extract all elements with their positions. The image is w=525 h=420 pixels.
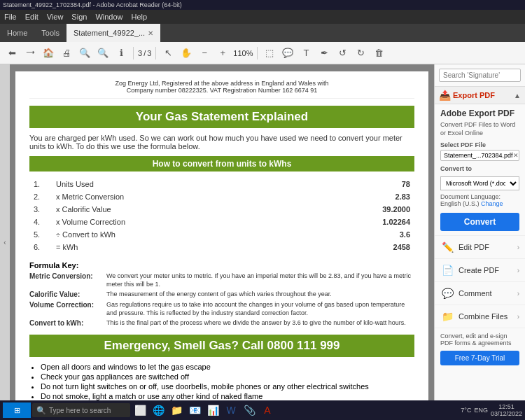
delete-button[interactable]: 🗑 [371,46,386,61]
app3-icon[interactable]: 📎 [241,402,258,419]
comment-tool[interactable]: 💬 [280,46,295,61]
hand-tool[interactable]: ✋ [178,46,194,61]
page-total: 3 [147,49,151,57]
conversion-subheader: How to convert from units to kWhs [29,156,414,172]
list-item: Open all doors and windows to let the ga… [41,363,414,371]
left-sidebar-toggle[interactable]: ‹ [0,64,10,420]
export-pdf-label: 📤 Export PDF [439,90,495,101]
divider1 [133,47,134,59]
nav-back-button[interactable]: ⬅ [4,46,20,61]
company-line1: Zog Energy Ltd, Registered at the above … [29,80,414,87]
title-bar: Statement_49922_1702384.pdf - Adobe Acro… [0,0,525,10]
chevron-right-icon: › [517,244,519,251]
trial-section: Convert, edit and e-sign PDF forms & agr… [435,328,525,370]
acrobat-icon[interactable]: A [259,402,276,419]
formula-row: Volume Correction:Gas regulations requir… [29,301,414,317]
windows-search[interactable]: 🔍 Type here to search [32,403,130,417]
file-badge: Statement_...702384.pdf ✕ [440,150,519,161]
intro-paragraph: You are charged per kWh used. So we can … [29,134,414,150]
gas-statement-title: Your Gas Statement Explained [29,106,414,128]
zoom-value: 110% [233,49,253,57]
pen-tool[interactable]: ✒ [316,46,332,61]
search-text: Type here to search [49,407,111,414]
explorer-icon[interactable]: 📁 [168,402,185,419]
file-remove-button[interactable]: ✕ [513,152,519,159]
table-row: 3.x Calorific Value39.2000 [31,204,413,215]
tab-tools[interactable]: Tools [34,24,66,42]
print-button[interactable]: 🖨 [59,46,74,61]
taskview-icon[interactable]: ⬜ [132,402,148,419]
cursor-tool[interactable]: ↖ [160,46,176,61]
change-language-link[interactable]: Change [481,200,503,207]
word-icon[interactable]: W [223,402,239,419]
adobe-export-section: Adobe Export PDF Convert PDF Files to Wo… [435,104,525,236]
page-sep: / [144,49,146,57]
panel-tool-row[interactable]: 📁Combine Files› [435,305,525,328]
search-signature-section [439,69,521,82]
menu-file[interactable]: File [4,13,17,21]
formula-section: Formula Key: Metric Conversion:We conver… [29,261,414,328]
list-item: Do not smoke, light a match or use any o… [41,392,414,400]
weather-temp: 7°C [461,407,471,414]
main-content: ‹ Zog Energy Ltd, Registered at the abov… [0,64,525,420]
formula-key-label: Formula Key: [29,261,414,270]
formula-row: Calorific Value:The measurement of the e… [29,290,414,299]
time-display: 12:51 [491,403,522,410]
table-row: 6.= kWh2458 [31,241,413,253]
edge-icon[interactable]: 🌐 [150,402,167,419]
zoom-level: 110% [233,49,253,57]
undo-button[interactable]: ↺ [335,46,350,61]
convert-to-select[interactable]: Microsoft Word (*.docx) [440,176,519,190]
trial-button[interactable]: Free 7-Day Trial [440,351,519,365]
table-row: 5.÷ Convert to kWh3.6 [31,229,413,240]
company-info: Zog Energy Ltd, Registered at the above … [29,80,414,99]
convert-button[interactable]: Convert [440,213,519,231]
start-button[interactable]: ⊞ [3,402,31,418]
redo-button[interactable]: ↻ [353,46,368,61]
formula-row: Convert to kWh:This is the final part of… [29,319,414,328]
page-navigation: 3 / 3 [138,49,151,57]
nav-forward-button[interactable]: ⭢ [22,46,38,61]
zoom-in-button[interactable]: 🔍 [95,46,111,61]
toolbar: ⬅ ⭢ 🏠 🖨 🔍 🔍 ℹ 3 / 3 ↖ ✋ − + 110% ⬚ 💬 T ✒… [0,42,525,64]
tab-document[interactable]: Statement_49922_... ✕ [66,24,160,42]
zoom-out-button[interactable]: 🔍 [77,46,92,61]
panel-tool-row[interactable]: ✏️Edit PDF› [435,236,525,259]
info-button[interactable]: ℹ [113,46,129,61]
clock: 12:51 03/12/2022 [491,403,522,417]
menu-help[interactable]: Help [132,13,148,21]
menu-window[interactable]: Window [95,13,122,21]
export-pdf-bar[interactable]: 📤 Export PDF ▲ [435,86,525,104]
list-item: Do not turn light switches on or off, us… [41,382,414,391]
table-row: 4.x Volume Correction1.02264 [31,216,413,227]
app2-icon[interactable]: 📊 [204,402,221,419]
convert-to-label: Convert to [440,165,519,172]
page-current: 3 [138,49,142,57]
zoom-out-btn[interactable]: − [197,46,212,61]
tab-close-button[interactable]: ✕ [148,29,153,37]
search-signature-input[interactable] [439,69,521,82]
list-item: Check your gas appliances are switched o… [41,372,414,381]
pdf-viewer[interactable]: Zog Energy Ltd, Registered at the above … [10,64,434,420]
company-line2: Company number 08222325. VAT Registratio… [29,87,414,94]
home-button[interactable]: 🏠 [41,46,56,61]
text-tool[interactable]: T [298,46,314,61]
table-row: 1.Units Used78 [31,178,413,190]
divider3 [257,47,258,59]
zoom-in-btn[interactable]: + [215,46,230,61]
date-display: 03/12/2022 [491,410,522,417]
select-tool[interactable]: ⬚ [262,46,277,61]
tab-home[interactable]: Home [0,24,34,42]
app1-icon[interactable]: 📧 [186,402,203,419]
trial-text: Convert, edit and e-sign PDF forms & agr… [440,332,519,346]
language: ENG [474,407,488,414]
menu-view[interactable]: View [47,13,64,21]
panel-tool-row[interactable]: 📄Create PDF› [435,259,525,282]
panel-tool-row[interactable]: 💬Comment› [435,282,525,305]
tab-doc-label: Statement_49922_... [74,29,145,37]
tab-bar: Home Tools Statement_49922_... ✕ [0,24,525,42]
side-panel: 📤 Export PDF ▲ Adobe Export PDF Convert … [434,64,525,420]
menu-edit[interactable]: Edit [25,13,38,21]
menu-sign[interactable]: Sign [71,13,87,21]
doc-language: Document Language: English (U.S.) Change [440,193,519,207]
